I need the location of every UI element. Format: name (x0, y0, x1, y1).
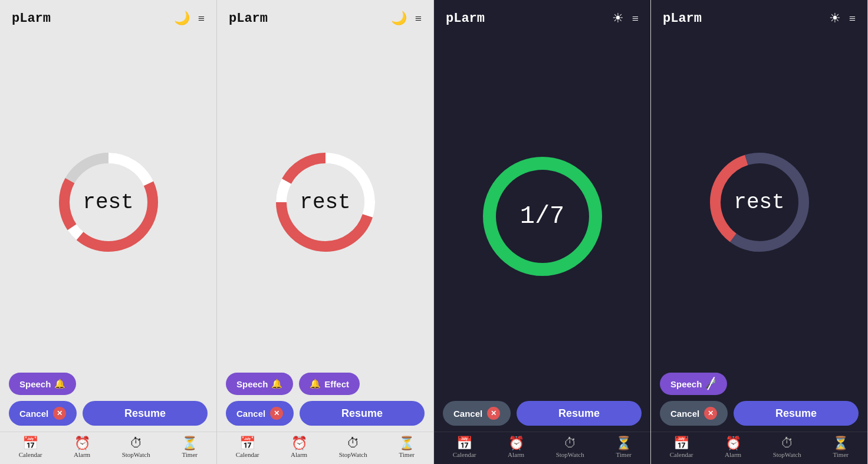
cancel-button-2[interactable]: Cancel ✕ (226, 401, 294, 426)
stopwatch-icon-1: ⏱ (130, 437, 143, 450)
speech-label-2: Speech (236, 379, 268, 389)
speech-row-1: Speech 🔔 (9, 373, 208, 395)
bottom-nav-3: 📅 Calendar ⏰ Alarm ⏱ StopWatch ⏳ Timer (434, 432, 650, 464)
alarm-label-2: Alarm (291, 451, 307, 458)
nav-alarm-4[interactable]: ⏰ Alarm (725, 437, 741, 458)
nav-alarm-1[interactable]: ⏰ Alarm (74, 437, 90, 458)
bottom-nav-2: 📅 Calendar ⏰ Alarm ⏱ StopWatch ⏳ Timer (217, 432, 433, 464)
menu-icon-2[interactable]: ≡ (415, 12, 422, 25)
nav-stopwatch-3[interactable]: ⏱ StopWatch (556, 437, 584, 458)
action-row-1: Cancel ✕ Resume (9, 401, 208, 426)
timer-label-2: Timer (399, 451, 415, 458)
alarm-label-4: Alarm (725, 451, 741, 458)
timer-icon-2: ⏳ (399, 437, 415, 450)
nav-timer-4[interactable]: ⏳ Timer (833, 437, 849, 458)
nav-stopwatch-1[interactable]: ⏱ StopWatch (122, 437, 150, 458)
alarm-icon-4: ⏰ (725, 437, 741, 450)
alarm-label-3: Alarm (508, 451, 524, 458)
cancel-x-4: ✕ (704, 407, 717, 420)
nav-timer-1[interactable]: ⏳ Timer (182, 437, 198, 458)
calendar-icon-2: 📅 (239, 437, 255, 450)
cancel-x-3: ✕ (487, 407, 500, 420)
calendar-label-4: Calendar (670, 451, 693, 458)
header-icons-1: 🌙 ≡ (174, 11, 205, 26)
menu-icon-3[interactable]: ≡ (632, 12, 639, 25)
ring-1: rest (50, 143, 167, 261)
resume-label-2: Resume (341, 407, 383, 420)
calendar-label-1: Calendar (19, 451, 42, 458)
theme-toggle-2[interactable]: 🌙 (391, 11, 407, 26)
circle-area-4: rest (701, 32, 818, 373)
nav-calendar-4[interactable]: 📅 Calendar (670, 437, 693, 458)
theme-toggle-4[interactable]: ☀ (829, 11, 841, 26)
effect-label-2: Effect (324, 379, 349, 389)
cancel-label-4: Cancel (670, 409, 699, 419)
speech-effect-row-2: Speech 🔔 🔔 Effect (226, 373, 425, 395)
cancel-button-3[interactable]: Cancel ✕ (443, 401, 511, 426)
stopwatch-label-3: StopWatch (556, 451, 584, 458)
app-title-2: pLarm (229, 11, 268, 26)
controls-2: Speech 🔔 🔔 Effect Cancel ✕ Resume (217, 373, 433, 432)
panel-3: pLarm ☀ ≡ 1/7 Cancel ✕ Resume (434, 0, 651, 464)
ring-label-2: rest (300, 190, 350, 215)
ring-label-4: rest (734, 190, 784, 215)
controls-4: Speech 🎤╱ Cancel ✕ Resume (651, 373, 867, 432)
panel-2: pLarm 🌙 ≡ rest Speech 🔔 (217, 0, 434, 464)
circle-area-1: rest (50, 32, 167, 373)
cancel-button-1[interactable]: Cancel ✕ (9, 401, 77, 426)
mic-slash-icon-4: 🎤╱ (705, 379, 716, 389)
alarm-icon-1: ⏰ (74, 437, 90, 450)
nav-calendar-1[interactable]: 📅 Calendar (19, 437, 42, 458)
app-title-4: pLarm (663, 11, 702, 26)
menu-icon-4[interactable]: ≡ (849, 12, 856, 25)
stopwatch-icon-2: ⏱ (347, 437, 360, 450)
calendar-icon-3: 📅 (456, 437, 472, 450)
controls-1: Speech 🔔 Cancel ✕ Resume (0, 373, 216, 432)
header-icons-2: 🌙 ≡ (391, 11, 422, 26)
nav-stopwatch-2[interactable]: ⏱ StopWatch (339, 437, 367, 458)
effect-button-2[interactable]: 🔔 Effect (299, 373, 360, 395)
app-title-3: pLarm (446, 11, 485, 26)
header-3: pLarm ☀ ≡ (434, 0, 650, 32)
resume-label-3: Resume (558, 407, 600, 420)
speech-button-1[interactable]: Speech 🔔 (9, 373, 76, 395)
nav-alarm-2[interactable]: ⏰ Alarm (291, 437, 307, 458)
stopwatch-icon-4: ⏱ (781, 437, 794, 450)
timer-icon-4: ⏳ (833, 437, 849, 450)
theme-toggle-1[interactable]: 🌙 (174, 11, 190, 26)
calendar-icon-4: 📅 (673, 437, 689, 450)
cancel-label-3: Cancel (453, 409, 482, 419)
speech-button-4[interactable]: Speech 🎤╱ (660, 373, 727, 395)
bottom-nav-4: 📅 Calendar ⏰ Alarm ⏱ StopWatch ⏳ Timer (651, 432, 867, 464)
header-2: pLarm 🌙 ≡ (217, 0, 433, 32)
resume-button-4[interactable]: Resume (734, 401, 859, 426)
ring-label-1: rest (83, 190, 133, 215)
speech-label-1: Speech (19, 379, 51, 389)
cancel-label-2: Cancel (236, 409, 265, 419)
resume-button-1[interactable]: Resume (83, 401, 208, 426)
bell-icon-1: 🔔 (54, 379, 65, 389)
speech-button-2[interactable]: Speech 🔔 (226, 373, 293, 395)
nav-alarm-3[interactable]: ⏰ Alarm (508, 437, 524, 458)
nav-stopwatch-4[interactable]: ⏱ StopWatch (773, 437, 801, 458)
resume-label-4: Resume (775, 407, 817, 420)
cancel-button-4[interactable]: Cancel ✕ (660, 401, 728, 426)
header-icons-4: ☀ ≡ (829, 11, 856, 26)
nav-timer-3[interactable]: ⏳ Timer (616, 437, 632, 458)
nav-timer-2[interactable]: ⏳ Timer (399, 437, 415, 458)
cancel-x-2: ✕ (270, 407, 283, 420)
alarm-icon-2: ⏰ (291, 437, 307, 450)
timer-icon-3: ⏳ (616, 437, 632, 450)
speech-row-4: Speech 🎤╱ (660, 373, 859, 395)
menu-icon-1[interactable]: ≡ (198, 12, 205, 25)
ring-2: rest (267, 143, 384, 261)
timer-icon-1: ⏳ (182, 437, 198, 450)
resume-button-3[interactable]: Resume (517, 401, 642, 426)
action-row-2: Cancel ✕ Resume (226, 401, 425, 426)
app-title-1: pLarm (12, 11, 51, 26)
timer-label-3: Timer (616, 451, 632, 458)
theme-toggle-3[interactable]: ☀ (612, 11, 624, 26)
nav-calendar-3[interactable]: 📅 Calendar (453, 437, 476, 458)
resume-button-2[interactable]: Resume (300, 401, 425, 426)
nav-calendar-2[interactable]: 📅 Calendar (236, 437, 259, 458)
